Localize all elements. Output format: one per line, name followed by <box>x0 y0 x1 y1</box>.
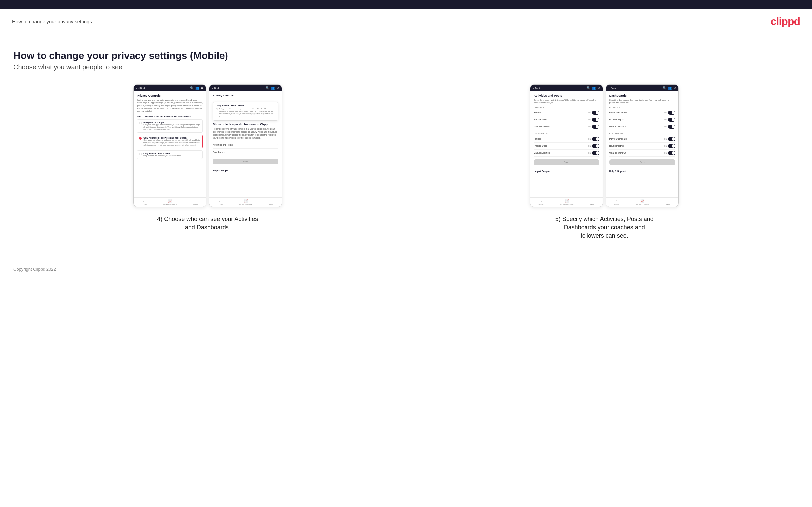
phone4-save[interactable]: Save <box>609 159 675 165</box>
phone-pair-5: ‹ Back 🔍 👥 ⚙ Activities and Posts Select… <box>530 84 679 207</box>
phone3-save[interactable]: Save <box>534 159 600 165</box>
home-icon-4: ⌂ <box>616 200 618 203</box>
nav-performance-3[interactable]: 📈 My Performance <box>560 200 573 206</box>
toggle4-followers-player[interactable]: Player Dashboard ON <box>609 136 675 143</box>
settings-icon-2[interactable]: ⚙ <box>276 86 279 90</box>
toggle-followers-rounds-switch[interactable] <box>592 137 600 141</box>
phone3-section: Activities and Posts <box>534 94 600 97</box>
phone2: ‹ Back 🔍 👥 ⚙ Privacy Controls <box>209 84 282 207</box>
page-title: How to change your privacy settings (Mob… <box>13 50 799 61</box>
toggle-coaches-manual[interactable]: Manual Activities ON <box>534 123 600 130</box>
copyright: Copyright Clippd 2022 <box>13 267 56 272</box>
toggle-followers-drills[interactable]: Practice Drills ON <box>534 143 600 150</box>
toggle4-coaches-insights[interactable]: Round Insights ON <box>609 116 675 123</box>
phone2-help: Help & Support <box>212 167 278 172</box>
radio-everyone[interactable]: Everyone on Clippd Everyone on Clippd ca… <box>137 119 203 133</box>
menu-icon-3: ☰ <box>591 200 594 203</box>
radio-circle-everyone <box>139 122 142 124</box>
phone1-back[interactable]: ‹ < Back <box>136 87 146 90</box>
settings-icon-4[interactable]: ⚙ <box>673 86 676 90</box>
phone2-show-body: Regardless of the privacy controls that … <box>212 127 278 139</box>
phone3-back[interactable]: ‹ Back <box>533 87 540 90</box>
phone4-content: Dashboards Select the dashboards that yo… <box>606 91 678 198</box>
toggle4-followers-insights[interactable]: Round Insights ON <box>609 143 675 150</box>
people-icon-3[interactable]: 👥 <box>592 86 596 90</box>
nav-performance-1[interactable]: 📈 My Performance <box>163 200 177 206</box>
search-icon-4[interactable]: 🔍 <box>663 86 666 90</box>
toggle4-followers-insights-switch[interactable] <box>668 144 675 148</box>
toggle4-followers-work[interactable]: What To Work On ON <box>609 150 675 157</box>
toggle-coaches-drills-switch[interactable] <box>592 118 600 122</box>
phone1-topbar: ‹ < Back 🔍 👥 ⚙ <box>134 84 206 91</box>
toggle4-coaches-player-switch[interactable] <box>668 111 675 115</box>
phone4-help: Help & Support <box>609 168 675 172</box>
phone2-save[interactable]: Save <box>212 159 278 164</box>
phone2-content: Privacy Controls Only You and Your Coach… <box>209 91 282 198</box>
nav-home-4[interactable]: ⌂ Home <box>614 200 619 206</box>
toggle-coaches-manual-switch[interactable] <box>592 125 600 129</box>
nav-home-3[interactable]: ⌂ Home <box>539 200 544 206</box>
phone3-icons: 🔍 👥 ⚙ <box>587 86 600 90</box>
toggle-coaches-rounds-switch[interactable] <box>592 111 600 115</box>
phone1-nav: ⌂ Home 📈 My Performance ☰ Menu <box>134 198 206 207</box>
people-icon[interactable]: 👥 <box>195 86 199 90</box>
balloon: Only You and Your Coach Only you and the… <box>212 102 278 121</box>
phone1-icons: 🔍 👥 ⚙ <box>190 86 203 90</box>
phone4: ‹ Back 🔍 👥 ⚙ Dashboards Select the dashb… <box>606 84 679 207</box>
chevron-right-icon: › <box>277 143 278 146</box>
settings-icon[interactable]: ⚙ <box>201 86 203 90</box>
main-content: How to change your privacy settings (Mob… <box>0 34 812 260</box>
chart-icon-2: 📈 <box>244 200 248 203</box>
home-icon-2: ⌂ <box>219 200 221 203</box>
phone4-nav: ⌂ Home 📈 My Performance ☰ Menu <box>606 198 678 207</box>
phone3-desc: Select the types of activity that you'd … <box>534 99 600 104</box>
toggle-coaches-rounds[interactable]: Rounds ON <box>534 110 600 116</box>
toggle-followers-drills-switch[interactable] <box>592 144 600 148</box>
balloon-radio[interactable] <box>215 108 218 111</box>
phone4-back[interactable]: ‹ Back <box>609 87 616 90</box>
toggle4-coaches-work[interactable]: What To Work On ON <box>609 123 675 130</box>
phone4-desc: Select the dashboards that you'd like to… <box>609 99 675 104</box>
search-icon-3[interactable]: 🔍 <box>587 86 591 90</box>
nav-menu-3[interactable]: ☰ Menu <box>590 200 595 206</box>
people-icon-4[interactable]: 👥 <box>668 86 671 90</box>
page-subtitle: Choose what you want people to see <box>13 63 799 71</box>
radio-approved[interactable]: Only Approved Followers and Your Coach O… <box>137 135 203 148</box>
toggle4-coaches-player[interactable]: Player Dashboard ON <box>609 110 675 116</box>
phone2-back[interactable]: ‹ Back <box>212 87 219 90</box>
chevron-activities[interactable]: Activities and Posts › <box>212 142 278 149</box>
phone3-help: Help & Support <box>534 168 600 172</box>
toggle-followers-manual[interactable]: Manual Activities ON <box>534 150 600 157</box>
toggle4-coaches-work-switch[interactable] <box>668 125 675 129</box>
nav-performance-2[interactable]: 📈 My Performance <box>239 200 252 206</box>
settings-icon-3[interactable]: ⚙ <box>598 86 600 90</box>
chevron-dashboards[interactable]: Dashboards › <box>212 149 278 156</box>
toggle-followers-rounds[interactable]: Rounds ON <box>534 136 600 143</box>
nav-menu-2[interactable]: ☰ Menu <box>269 200 274 206</box>
toggle-coaches-drills[interactable]: Practice Drills ON <box>534 116 600 123</box>
toggle4-coaches-insights-switch[interactable] <box>668 118 675 122</box>
nav-home-2[interactable]: ⌂ Home <box>217 200 222 206</box>
phone2-tab[interactable]: Privacy Controls <box>212 94 234 98</box>
toggle4-followers-player-switch[interactable] <box>668 137 675 141</box>
phone2-nav: ⌂ Home 📈 My Performance ☰ Menu <box>209 198 282 207</box>
phone1-content: Privacy Controls Control how you and you… <box>134 91 206 198</box>
phone4-coaches-label: COACHES <box>609 107 675 109</box>
phone4-icons: 🔍 👥 ⚙ <box>663 86 676 90</box>
chart-icon: 📈 <box>168 200 172 203</box>
phone3-followers-label: FOLLOWERS <box>534 133 600 135</box>
phone-pair-4: ‹ < Back 🔍 👥 ⚙ Privacy Controls Control … <box>133 84 282 207</box>
people-icon-2[interactable]: 👥 <box>271 86 275 90</box>
search-icon-2[interactable]: 🔍 <box>266 86 269 90</box>
search-icon[interactable]: 🔍 <box>190 86 194 90</box>
breadcrumb: How to change your privacy settings <box>12 18 92 24</box>
toggle4-followers-work-switch[interactable] <box>668 151 675 155</box>
nav-menu-4[interactable]: ☰ Menu <box>666 200 670 206</box>
nav-menu-1[interactable]: ☰ Menu <box>193 200 198 206</box>
toggle-followers-manual-switch[interactable] <box>592 151 600 155</box>
logo: clippd <box>771 15 800 27</box>
nav-performance-4[interactable]: 📈 My Performance <box>636 200 649 206</box>
phone4-section: Dashboards <box>609 94 675 97</box>
radio-only-you[interactable]: Only You and Your Coach Only you and the… <box>137 150 203 159</box>
nav-home-1[interactable]: ⌂ Home <box>142 200 147 206</box>
